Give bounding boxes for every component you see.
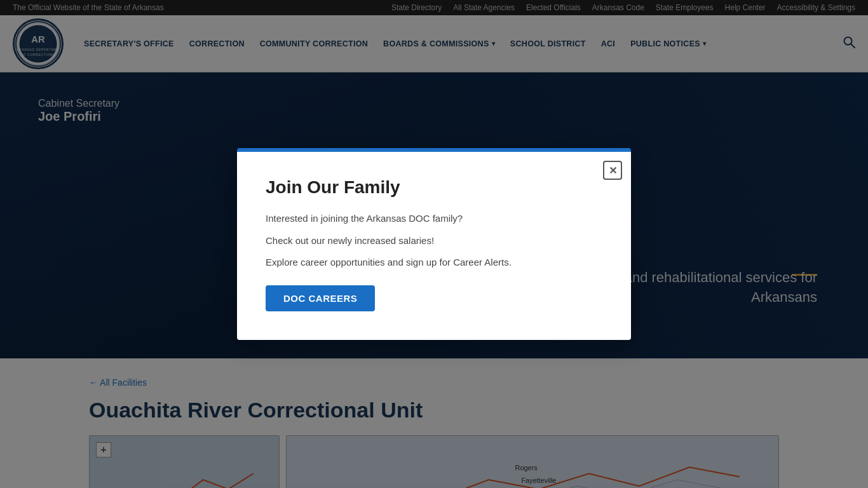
modal-title: Join Our Family <box>266 177 602 198</box>
close-icon: ✕ <box>609 165 617 177</box>
modal-paragraph-1: Interested in joining the Arkansas DOC f… <box>266 212 602 226</box>
modal-body: Interested in joining the Arkansas DOC f… <box>266 212 602 311</box>
join-family-modal: ✕ Join Our Family Interested in joining … <box>237 148 631 340</box>
modal-overlay: ✕ Join Our Family Interested in joining … <box>0 0 868 488</box>
modal-close-button[interactable]: ✕ <box>603 161 622 180</box>
modal-paragraph-3: Explore career opportunities and sign up… <box>266 255 602 270</box>
modal-paragraph-2: Check out our newly increased salaries! <box>266 234 602 248</box>
doc-careers-button[interactable]: DOC Careers <box>266 285 375 311</box>
